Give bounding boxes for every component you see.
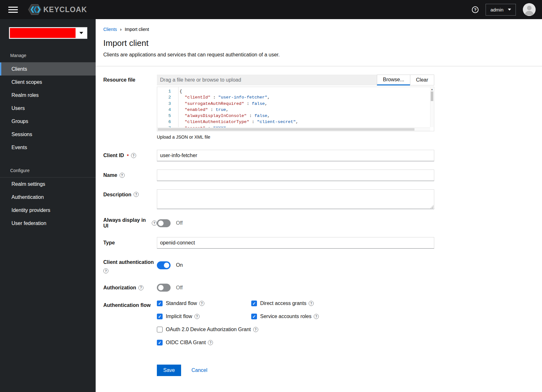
oidc-ciba-grant-help-icon[interactable]: ?	[208, 340, 213, 345]
authorization-toggle[interactable]	[157, 284, 171, 292]
editor-horizontal-scrollbar[interactable]	[157, 127, 430, 131]
resource-file-label: Resource file	[103, 75, 157, 140]
toggle-state-label: Off	[176, 285, 183, 291]
avatar[interactable]	[523, 3, 536, 16]
code-line: 1{	[157, 88, 434, 94]
always-display-label: Always display in UI ?	[103, 217, 157, 229]
name-input[interactable]	[157, 170, 434, 181]
code-line: 3 "surrogateAuthRequired" : false,	[157, 101, 434, 107]
sidebar-item-users[interactable]: Users	[0, 102, 96, 115]
json-code-editor[interactable]: 1{ 2 "clientId" : "user-info-fetcher", 3…	[157, 87, 434, 131]
service-accounts-roles-help-icon[interactable]: ?	[314, 314, 319, 319]
authorization-label: Authorization ?	[103, 285, 157, 291]
implicit-flow-checkbox[interactable]: ✓	[157, 314, 163, 319]
client-id-help-icon[interactable]: ?	[131, 153, 136, 158]
breadcrumb-current: Import client	[125, 27, 149, 32]
name-label: Name ?	[103, 172, 157, 178]
brand-name: KEYCLOAK	[43, 5, 87, 14]
scrollbar-thumb[interactable]	[158, 128, 414, 131]
cancel-button[interactable]: Cancel	[191, 367, 207, 373]
sidebar-item-identity-providers[interactable]: Identity providers	[0, 204, 96, 217]
auth-flow-label: Authentication flow	[103, 300, 157, 345]
sidebar-item-user-federation[interactable]: User federation	[0, 217, 96, 230]
always-display-help-icon[interactable]: ?	[152, 221, 157, 226]
required-asterisk: *	[127, 153, 129, 158]
toggle-knob	[164, 263, 169, 268]
client-id-input[interactable]	[157, 150, 434, 161]
implicit-flow-option: ✓ Implicit flow?	[157, 314, 251, 319]
realm-selector-caret[interactable]	[76, 27, 87, 39]
always-display-toggle[interactable]	[157, 219, 171, 227]
save-button[interactable]: Save	[157, 365, 181, 376]
sidebar-item-client-scopes[interactable]: Client scopes	[0, 76, 96, 89]
clear-button[interactable]: Clear	[410, 75, 434, 85]
breadcrumb-clients-link[interactable]: Clients	[103, 27, 117, 32]
sidebar-item-realm-settings[interactable]: Realm settings	[0, 178, 96, 191]
toggle-knob	[158, 221, 164, 226]
help-icon[interactable]: ?	[472, 6, 479, 13]
oidc-ciba-grant-checkbox[interactable]: ✓	[157, 340, 163, 345]
page-subtitle: Clients are applications and services th…	[103, 52, 534, 58]
sidebar-item-sessions[interactable]: Sessions	[0, 128, 96, 141]
breadcrumb: Clients › Import client	[103, 27, 534, 32]
client-auth-label: Client authentication ?	[103, 257, 157, 273]
description-help-icon[interactable]: ?	[134, 192, 139, 197]
toggle-knob	[158, 285, 164, 290]
nav-section-configure: Configure	[0, 154, 96, 177]
code-line: 5 "alwaysDisplayInConsole" : false,	[157, 113, 434, 119]
sidebar-item-clients[interactable]: Clients	[0, 62, 96, 76]
standard-flow-checkbox[interactable]: ✓	[157, 301, 163, 306]
oauth-device-grant-help-icon[interactable]: ?	[253, 327, 258, 332]
client-id-label: Client ID * ?	[103, 153, 157, 158]
file-drop-zone[interactable]: Drag a file here or browse to upload	[157, 75, 377, 85]
direct-access-grants-help-icon[interactable]: ?	[309, 301, 314, 306]
client-auth-help-icon[interactable]: ?	[103, 268, 108, 273]
scrollbar-thumb[interactable]	[431, 91, 433, 101]
main-content: Clients › Import client Import client Cl…	[96, 19, 542, 392]
editor-vertical-scrollbar[interactable]: ▲	[430, 87, 434, 127]
authorization-help-icon[interactable]: ?	[138, 285, 143, 290]
oauth-device-grant-option: OAuth 2.0 Device Authorization Grant?	[157, 327, 434, 332]
standard-flow-option: ✓ Standard flow?	[157, 301, 251, 306]
user-icon	[523, 3, 536, 16]
client-auth-toggle[interactable]	[157, 261, 171, 269]
toggle-state-label: On	[176, 262, 183, 268]
sidebar-item-authentication[interactable]: Authentication	[0, 191, 96, 204]
code-line: 4 "enabled" : true,	[157, 107, 434, 113]
sidebar-item-groups[interactable]: Groups	[0, 115, 96, 128]
service-accounts-roles-option: ✓ Service accounts roles?	[251, 314, 434, 319]
direct-access-grants-option: ✓ Direct access grants?	[251, 301, 434, 306]
standard-flow-help-icon[interactable]: ?	[199, 301, 204, 306]
code-line: 6 "clientAuthenticatorType" : "client-se…	[157, 119, 434, 125]
page-title: Import client	[103, 38, 534, 48]
nav-section-manage: Manage	[0, 39, 96, 62]
import-client-form: Resource file Drag a file here or browse…	[103, 66, 534, 389]
sidebar-item-realm-roles[interactable]: Realm roles	[0, 89, 96, 102]
auth-flow-options: ✓ Standard flow? ✓ Direct access grants?…	[157, 300, 434, 345]
scroll-up-icon[interactable]: ▲	[430, 87, 434, 91]
hamburger-menu-icon[interactable]	[8, 7, 18, 13]
keycloak-logo: KEYCLOAK	[28, 4, 87, 15]
chevron-right-icon: ›	[120, 27, 121, 32]
oidc-ciba-grant-option: ✓ OIDC CIBA Grant?	[157, 340, 434, 345]
sidebar-item-events[interactable]: Events	[0, 141, 96, 154]
browse-button[interactable]: Browse...	[377, 75, 410, 85]
description-textarea[interactable]	[157, 189, 434, 209]
user-menu-dropdown[interactable]: admin	[486, 4, 516, 16]
topbar: KEYCLOAK ? admin	[0, 0, 542, 19]
sidebar: Manage Clients Client scopes Realm roles…	[0, 19, 96, 392]
resize-handle[interactable]	[430, 205, 434, 208]
service-accounts-roles-checkbox[interactable]: ✓	[251, 314, 257, 319]
upload-helper-text: Upload a JSON or XML file	[157, 134, 434, 140]
type-input[interactable]	[157, 237, 434, 249]
oauth-device-grant-checkbox[interactable]	[157, 327, 163, 332]
chevron-down-icon	[79, 32, 83, 34]
gutter-divider	[178, 87, 179, 127]
username: admin	[490, 7, 503, 12]
description-label: Description ?	[103, 189, 157, 209]
implicit-flow-help-icon[interactable]: ?	[194, 314, 200, 319]
direct-access-grants-checkbox[interactable]: ✓	[251, 301, 257, 306]
name-help-icon[interactable]: ?	[120, 173, 125, 178]
toggle-state-label: Off	[176, 220, 183, 226]
realm-selector[interactable]	[9, 27, 87, 39]
